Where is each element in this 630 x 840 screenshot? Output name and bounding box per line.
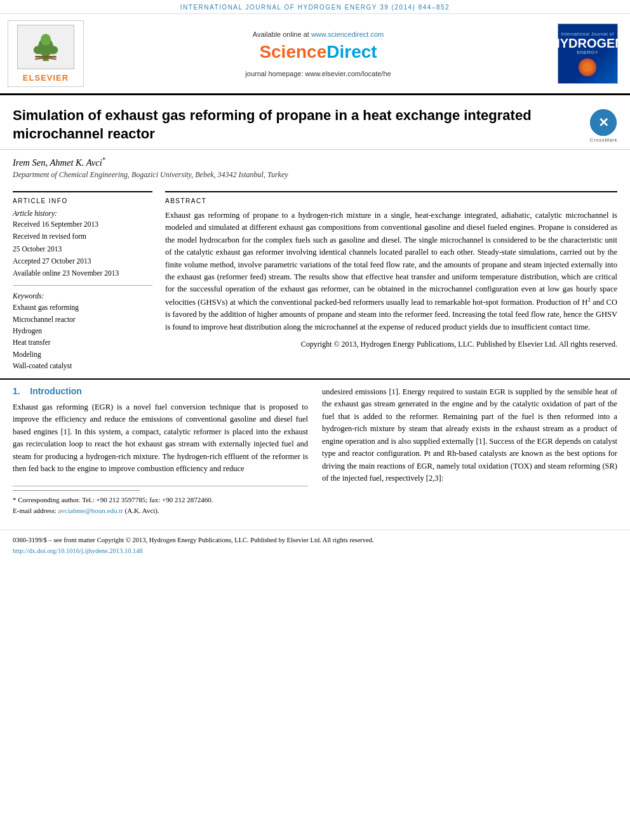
authors: Irem Sen, Ahmet K. Avci* (13, 156, 617, 168)
elsevier-logo-image (17, 25, 74, 69)
header-middle: Available online at www.sciencedirect.co… (84, 20, 553, 87)
bottom-issn: 0360-3199/$ – see front matter Copyright… (13, 535, 617, 546)
info-divider (13, 285, 152, 286)
journal-bar-text: INTERNATIONAL JOURNAL OF HYDROGEN ENERGY… (180, 4, 450, 11)
footnote-section: * Corresponding author. Tel.: +90 212 35… (13, 486, 308, 517)
received-date-1: Received 16 September 2013 (13, 219, 152, 230)
elsevier-wordmark: ELSEVIER (23, 73, 69, 83)
journal-homepage: journal homepage: www.elsevier.com/locat… (245, 70, 391, 77)
keyword-3: Hydrogen (13, 325, 152, 337)
keyword-5: Modeling (13, 349, 152, 360)
section1-col2-text: undesired emissions [1]. Energy required… (322, 386, 617, 485)
authors-section: Irem Sen, Ahmet K. Avci* Department of C… (0, 150, 630, 182)
keyword-2: Microchannel reactor (13, 314, 152, 325)
article-body: ARTICLE INFO Article history: Received 1… (0, 182, 630, 378)
keywords-section: Keywords: Exhaust gas reforming Microcha… (13, 292, 152, 371)
keyword-6: Wall-coated catalyst (13, 360, 152, 371)
journal-logo-sub: ENERGY (577, 50, 598, 56)
sciencedirect-url[interactable]: www.sciencedirect.com (311, 30, 384, 38)
col-left: 1. Introduction Exhaust gas reforming (E… (13, 386, 308, 517)
available-online-text: Available online at www.sciencedirect.co… (253, 30, 384, 38)
crossmark-label: CrossMark (590, 137, 617, 143)
section1-col1-text: Exhaust gas reforming (EGR) is a novel f… (13, 401, 308, 476)
available-online-date: Available online 23 November 2013 (13, 268, 152, 279)
article-info-title: ARTICLE INFO (13, 197, 152, 204)
keywords-label: Keywords: (13, 292, 152, 300)
doi-link[interactable]: http://dx.doi.org/10.1016/j.ijhydene.201… (13, 547, 143, 554)
bottom-bar: 0360-3199/$ – see front matter Copyright… (0, 530, 630, 561)
section1-number: 1. (13, 386, 20, 396)
crossmark[interactable]: ✕ CrossMark (590, 109, 617, 143)
crossmark-icon: ✕ (590, 109, 617, 136)
article-history-label: Article history: (13, 210, 152, 217)
journal-logo-h: HYDROGEN (551, 37, 624, 50)
abstract-text: Exhaust gas reforming of propane to a hy… (165, 210, 617, 333)
abstract-title: ABSTRACT (165, 197, 617, 204)
elsevier-logo: ELSEVIER (8, 20, 84, 87)
journal-logo: International Journal of HYDROGEN ENERGY (558, 23, 618, 84)
footnote-email-line: E-mail address: avciahme@boun.edu.tr (A.… (13, 505, 308, 517)
received-revised-date: 25 October 2013 (13, 244, 152, 255)
section1-heading: Introduction (30, 386, 82, 396)
footnote-divider (13, 490, 140, 491)
footnote-corresponding: * Corresponding author. Tel.: +90 212 35… (13, 495, 308, 506)
article-title: Simulation of exhaust gas reforming of p… (13, 107, 533, 143)
h2-subscript: 2 (587, 297, 591, 303)
affiliation: Department of Chemical Engineering, Boga… (13, 170, 617, 180)
footnote-email-name: (A.K. Avci). (125, 507, 159, 514)
keyword-1: Exhaust gas reforming (13, 302, 152, 313)
accepted-date: Accepted 27 October 2013 (13, 256, 152, 267)
header-section: ELSEVIER Available online at www.science… (0, 14, 630, 95)
svg-text:✕: ✕ (598, 116, 609, 130)
received-revised-label: Received in revised form (13, 231, 152, 242)
svg-point-4 (41, 34, 51, 46)
sciencedirect-logo: ScienceDirect (259, 42, 377, 62)
footnote-email-label: E-mail address: (13, 507, 57, 514)
svg-rect-5 (35, 56, 56, 58)
author-sup: * (102, 156, 105, 163)
section1-title: 1. Introduction (13, 386, 308, 396)
article-info: ARTICLE INFO Article history: Received 1… (13, 191, 152, 372)
copyright-text: Copyright © 2013, Hydrogen Energy Public… (165, 338, 617, 350)
svg-point-2 (34, 46, 44, 54)
footnote-email-link[interactable]: avciahme@boun.edu.tr (58, 507, 123, 514)
author-names: Irem Sen, Ahmet K. Avci (13, 157, 102, 168)
abstract-section: ABSTRACT Exhaust gas reforming of propan… (165, 191, 617, 372)
journal-logo-box: International Journal of HYDROGEN ENERGY (553, 20, 622, 87)
col-right: undesired emissions [1]. Energy required… (322, 386, 617, 517)
article-title-section: Simulation of exhaust gas reforming of p… (0, 95, 630, 150)
two-col-layout: 1. Introduction Exhaust gas reforming (E… (13, 386, 617, 517)
main-body: 1. Introduction Exhaust gas reforming (E… (0, 378, 630, 530)
journal-logo-circle (579, 58, 596, 76)
keyword-4: Heat transfer (13, 337, 152, 348)
bottom-doi: http://dx.doi.org/10.1016/j.ijhydene.201… (13, 546, 617, 557)
svg-point-3 (48, 46, 58, 54)
journal-bar: INTERNATIONAL JOURNAL OF HYDROGEN ENERGY… (0, 0, 630, 14)
